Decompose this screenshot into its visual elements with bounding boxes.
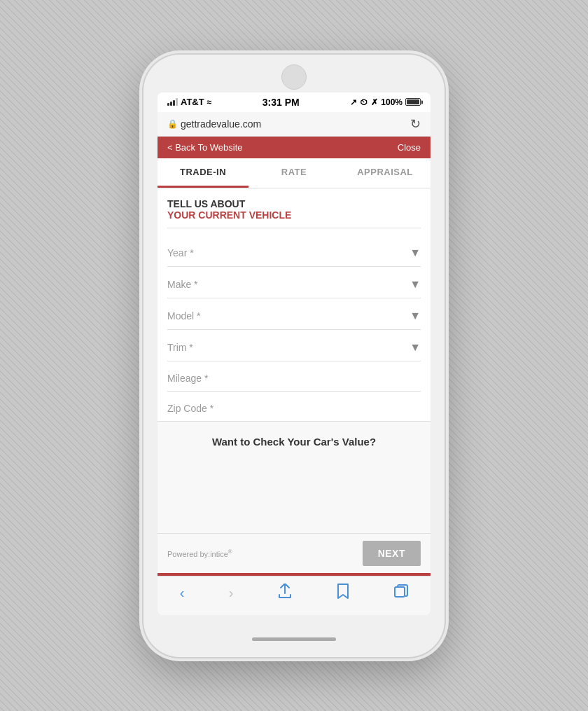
model-field[interactable]: Model * ▼: [167, 298, 421, 330]
battery-fill: [407, 99, 419, 104]
safari-tabs-button[interactable]: [387, 584, 415, 602]
close-button[interactable]: Close: [398, 142, 421, 153]
form-divider: [167, 228, 421, 228]
bluetooth-icon: ✗: [371, 97, 378, 107]
nav-bar: < Back To Website Close: [158, 137, 430, 158]
form-header: TELL US ABOUT YOUR CURRENT VEHICLE: [158, 188, 430, 235]
wifi-icon: ≈: [207, 97, 212, 107]
form-title-line1: TELL US ABOUT: [167, 198, 421, 209]
status-left: AT&T ≈: [167, 97, 211, 107]
footer-bar: Powered by:intice® NEXT: [158, 533, 430, 573]
mileage-field[interactable]: Mileage *: [167, 361, 421, 392]
status-bar: AT&T ≈ 3:31 PM ↗ ⏲ ✗ 100%: [158, 92, 430, 112]
phone-shell: AT&T ≈ 3:31 PM ↗ ⏲ ✗ 100% 🔒 gettradevalu: [144, 55, 444, 657]
address-url: 🔒 gettradevalue.com: [167, 118, 261, 130]
url-text: gettradevalue.com: [181, 118, 261, 130]
tabs: TRADE-IN RATE APPRAISAL: [158, 158, 430, 188]
make-field[interactable]: Make * ▼: [167, 267, 421, 298]
model-label: Model *: [167, 310, 200, 322]
back-to-website-button[interactable]: < Back To Website: [167, 142, 243, 153]
svg-rect-0: [395, 587, 405, 597]
battery-icon: [405, 98, 421, 106]
tab-trade-in[interactable]: TRADE-IN: [158, 158, 248, 188]
make-arrow-icon: ▼: [410, 278, 421, 291]
form-title-line2: YOUR CURRENT VEHICLE: [167, 209, 421, 221]
year-field[interactable]: Year * ▼: [167, 235, 421, 267]
safari-bookmarks-button[interactable]: [329, 584, 357, 602]
make-label: Make *: [167, 279, 198, 290]
home-indicator: [252, 637, 336, 641]
car-value-text: Want to Check Your Car's Value?: [167, 436, 421, 448]
year-label: Year *: [167, 247, 194, 258]
alarm-icon: ⏲: [360, 97, 368, 107]
tab-appraisal[interactable]: APPRAISAL: [340, 158, 430, 188]
carrier-label: AT&T: [181, 97, 204, 107]
form-body: Year * ▼ Make * ▼ Model * ▼ Trim * ▼ Mil…: [158, 235, 430, 421]
year-arrow-icon: ▼: [410, 247, 421, 259]
powered-by-label: Powered by:intice®: [167, 548, 232, 558]
trim-field[interactable]: Trim * ▼: [167, 330, 421, 361]
phone-screen: AT&T ≈ 3:31 PM ↗ ⏲ ✗ 100% 🔒 gettradevalu: [158, 92, 430, 615]
phone-bottom: [252, 622, 336, 657]
phone-speaker: [281, 64, 307, 90]
status-time: 3:31 PM: [262, 97, 300, 108]
zipcode-field[interactable]: Zip Code *: [167, 392, 421, 421]
lock-icon: 🔒: [167, 119, 178, 129]
model-arrow-icon: ▼: [410, 310, 421, 322]
car-value-section: Want to Check Your Car's Value?: [158, 421, 430, 533]
signal-bars: [167, 98, 178, 106]
trim-label: Trim *: [167, 342, 193, 353]
battery-container: [405, 98, 421, 106]
mileage-label: Mileage *: [167, 373, 208, 384]
safari-back-button[interactable]: ‹: [173, 585, 192, 601]
address-bar[interactable]: 🔒 gettradevalue.com ↻: [158, 112, 430, 137]
battery-percent: 100%: [381, 97, 402, 107]
status-right: ↗ ⏲ ✗ 100%: [350, 97, 421, 107]
trim-arrow-icon: ▼: [410, 341, 421, 354]
safari-toolbar: ‹ ›: [158, 576, 430, 615]
location-icon: ↗: [350, 97, 357, 107]
zipcode-label: Zip Code *: [167, 403, 214, 414]
safari-forward-button[interactable]: ›: [222, 585, 241, 601]
tab-rate[interactable]: RATE: [248, 158, 340, 188]
refresh-button[interactable]: ↻: [410, 116, 421, 132]
next-button[interactable]: NEXT: [363, 541, 421, 566]
safari-share-button[interactable]: [271, 584, 299, 602]
